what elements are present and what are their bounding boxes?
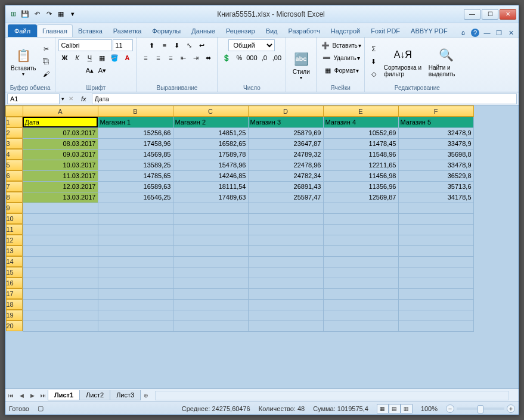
view-pagebreak-icon[interactable]: ▥ xyxy=(401,404,413,413)
cell[interactable] xyxy=(173,235,248,245)
cell[interactable] xyxy=(23,321,98,331)
cell[interactable] xyxy=(173,213,248,224)
fx-button[interactable]: fx xyxy=(77,95,90,102)
cell[interactable] xyxy=(23,310,98,321)
cell[interactable] xyxy=(398,288,473,299)
cell[interactable]: 17489,63 xyxy=(173,192,248,203)
cell[interactable] xyxy=(248,235,323,245)
paste-button[interactable]: 📋 Вставить ▾ xyxy=(8,45,38,78)
row-header[interactable]: 14 xyxy=(6,256,23,267)
view-normal-icon[interactable]: ▦ xyxy=(377,404,389,413)
tab-надстрой[interactable]: Надстрой xyxy=(325,24,365,37)
cell[interactable] xyxy=(173,278,248,288)
grow-font-button[interactable]: A▴ xyxy=(83,64,95,76)
cell[interactable] xyxy=(248,310,323,321)
minimize-button[interactable]: — xyxy=(464,9,480,20)
cell[interactable]: 10.03.2017 xyxy=(23,160,98,170)
align-top-icon[interactable]: ⬆ xyxy=(146,39,158,51)
row-header[interactable]: 7 xyxy=(6,181,23,192)
row-header[interactable]: 19 xyxy=(6,310,23,321)
cell[interactable]: 09.03.2017 xyxy=(23,149,98,160)
row-header[interactable]: 15 xyxy=(6,267,23,278)
cell[interactable]: Магазин 5 xyxy=(398,117,473,128)
last-sheet-icon[interactable]: ⏭ xyxy=(38,390,48,401)
comma-icon[interactable]: 000 xyxy=(246,52,258,64)
cell[interactable]: 13.03.2017 xyxy=(23,192,98,203)
sheet-tab[interactable]: Лист1 xyxy=(48,390,80,400)
border-button[interactable]: ▦ xyxy=(96,52,108,64)
cell[interactable]: 11548,96 xyxy=(323,149,398,160)
row-header[interactable]: 4 xyxy=(6,149,23,160)
qat-dropdown-icon[interactable]: ▾ xyxy=(67,9,78,20)
column-header[interactable]: E xyxy=(323,106,398,117)
cell[interactable]: 15478,96 xyxy=(173,160,248,170)
cell[interactable] xyxy=(323,235,398,245)
cell[interactable] xyxy=(248,224,323,235)
cell[interactable]: 16589,63 xyxy=(98,181,173,192)
cell[interactable]: 14569,85 xyxy=(98,149,173,160)
cell[interactable] xyxy=(23,278,98,288)
cell[interactable]: 15256,66 xyxy=(98,127,173,138)
cell[interactable] xyxy=(98,203,173,213)
cell[interactable] xyxy=(98,213,173,224)
row-header[interactable]: 3 xyxy=(6,138,23,149)
cell[interactable]: Магазин 4 xyxy=(323,117,398,128)
column-header[interactable]: F xyxy=(398,106,473,117)
cell[interactable]: 26891,43 xyxy=(248,181,323,192)
row-header[interactable]: 11 xyxy=(6,224,23,235)
cell[interactable] xyxy=(398,321,473,331)
cell[interactable] xyxy=(248,245,323,256)
indent-dec-icon[interactable]: ⇤ xyxy=(177,52,189,64)
cell[interactable]: 11456,98 xyxy=(323,170,398,181)
cell[interactable] xyxy=(398,310,473,321)
tab-формулы[interactable]: Формулы xyxy=(147,24,186,37)
zoom-level[interactable]: 100% xyxy=(421,405,438,412)
help-icon[interactable]: ? xyxy=(471,29,479,37)
cell[interactable]: 11356,96 xyxy=(323,181,398,192)
next-sheet-icon[interactable]: ▶ xyxy=(27,390,38,401)
font-name-combo[interactable] xyxy=(58,39,112,51)
cell[interactable] xyxy=(23,256,98,267)
tab-разработч[interactable]: Разработч xyxy=(283,24,325,37)
cell[interactable]: Магазин 2 xyxy=(173,117,248,128)
name-box[interactable]: A1 xyxy=(7,94,60,104)
cell[interactable]: 36529,8 xyxy=(398,170,473,181)
orientation-icon[interactable]: ⤡ xyxy=(184,39,196,51)
cell[interactable] xyxy=(173,310,248,321)
cell[interactable] xyxy=(173,256,248,267)
column-header[interactable]: D xyxy=(248,106,323,117)
cell[interactable]: 33478,9 xyxy=(398,160,473,170)
indent-inc-icon[interactable]: ⇥ xyxy=(190,52,201,64)
fill-icon[interactable]: ⬇ xyxy=(368,55,380,67)
cell[interactable] xyxy=(323,299,398,310)
cell[interactable]: 17458,96 xyxy=(98,138,173,149)
cell[interactable] xyxy=(323,203,398,213)
cell[interactable] xyxy=(248,321,323,331)
cell[interactable] xyxy=(398,224,473,235)
cell[interactable]: 07.03.2017 xyxy=(23,127,98,138)
qat-item-icon[interactable]: ▦ xyxy=(55,9,66,20)
grid-scroll[interactable]: ABCDEF1ДатаМагазин 1Магазин 2Магазин 3Ма… xyxy=(5,105,519,388)
maximize-button[interactable]: ☐ xyxy=(482,9,498,20)
cell[interactable] xyxy=(98,224,173,235)
row-header[interactable]: 10 xyxy=(6,213,23,224)
cell[interactable]: 33478,9 xyxy=(398,138,473,149)
undo-icon[interactable]: ↶ xyxy=(32,9,42,20)
cell[interactable] xyxy=(98,256,173,267)
align-middle-icon[interactable]: ≡ xyxy=(159,39,170,51)
cell[interactable] xyxy=(323,310,398,321)
cell[interactable]: 13589,25 xyxy=(98,160,173,170)
cell[interactable] xyxy=(173,224,248,235)
doc-minimize-icon[interactable]: — xyxy=(483,29,491,37)
number-format-combo[interactable]: Общий xyxy=(228,39,275,51)
cell[interactable] xyxy=(23,203,98,213)
row-header[interactable]: 9 xyxy=(6,203,23,213)
cell[interactable] xyxy=(23,245,98,256)
cell[interactable] xyxy=(248,213,323,224)
cell[interactable] xyxy=(23,213,98,224)
tab-file[interactable]: Файл xyxy=(8,24,37,37)
tab-главная[interactable]: Главная xyxy=(37,24,73,37)
cell[interactable]: 32478,9 xyxy=(398,127,473,138)
tab-вид[interactable]: Вид xyxy=(261,24,283,37)
column-header[interactable]: C xyxy=(173,106,248,117)
